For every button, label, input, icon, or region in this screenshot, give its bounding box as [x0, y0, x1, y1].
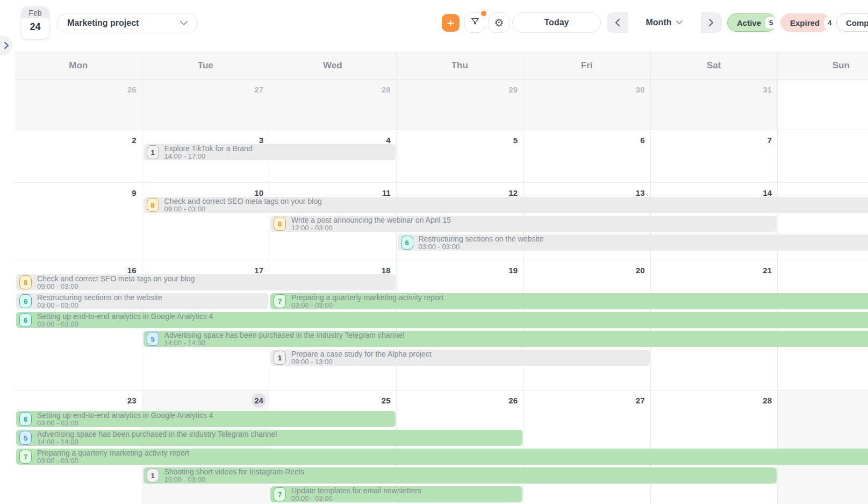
event-bar[interactable]: 7Update templates for email newsletters0…	[270, 486, 522, 502]
event-time: 15:00 - 03:00	[164, 476, 305, 484]
cell-date: 3	[259, 136, 263, 145]
cell-date: 6	[640, 136, 644, 145]
event-text: Advertising space has been purchased in …	[164, 331, 404, 347]
calendar-cell[interactable]: 30	[523, 80, 651, 130]
event-count-badge: 6	[19, 412, 32, 426]
event-title: Shooting short videos for Instagram Reel…	[164, 468, 305, 476]
calendar-cell[interactable]: 27	[523, 391, 651, 504]
calendar-cell[interactable]: 24	[142, 391, 270, 504]
event-count-badge: 5	[19, 431, 32, 445]
event-text: Check and correct SEO meta tags on your …	[164, 197, 322, 213]
calendar-cell[interactable]: 31	[651, 80, 778, 130]
event-title: Restructuring sections on the website	[37, 294, 162, 302]
event-bar[interactable]: 6Setting up end-to-end analytics in Goog…	[16, 411, 396, 427]
event-bar[interactable]: 6Restructuring sections on the website03…	[16, 293, 268, 309]
calendar-cell[interactable]: 5	[397, 130, 524, 183]
event-count-badge: 1	[147, 468, 159, 482]
event-bar[interactable]: 7Preparing a quarterly marketing activit…	[16, 449, 868, 465]
event-title: Advertising space has been purchased in …	[37, 430, 277, 438]
cell-date: 7	[767, 136, 772, 145]
calendar-cell[interactable]: 9	[15, 183, 142, 260]
calendar-cell[interactable]	[778, 130, 868, 183]
event-text: Restructuring sections on the website03:…	[419, 235, 544, 251]
calendar-cell[interactable]: 26	[15, 80, 142, 130]
today-button[interactable]: Today	[512, 12, 601, 33]
event-time: 09:00 - 03:00	[164, 205, 322, 213]
view-mode-value: Month	[646, 18, 672, 27]
event-text: Preparing a quarterly marketing activity…	[37, 449, 189, 465]
event-text: Check and correct SEO meta tags on your …	[37, 275, 195, 290]
calendar-cell[interactable]: 10	[142, 183, 270, 260]
event-count-badge: 7	[19, 450, 32, 464]
event-title: Restructuring sections on the website	[419, 235, 544, 243]
calendar-cell[interactable]	[778, 80, 868, 130]
chevron-down-icon	[676, 20, 683, 25]
calendar-cell[interactable]: 23	[15, 391, 142, 504]
filter-button[interactable]	[464, 12, 485, 33]
event-count-badge: 7	[274, 294, 286, 308]
event-title: Check and correct SEO meta tags on your …	[37, 275, 195, 283]
calendar-cell[interactable]: 6	[523, 130, 651, 183]
cell-date: 31	[763, 85, 772, 94]
event-bar[interactable]: 1Shooting short videos for Instagram Ree…	[144, 467, 777, 484]
calendar-cell[interactable]	[778, 391, 868, 504]
event-bar[interactable]: 8Check and correct SEO meta tags on your…	[16, 274, 396, 290]
event-bar[interactable]: 5Advertising space has been purchased in…	[16, 430, 522, 446]
cell-date: 9	[132, 188, 136, 197]
event-text: Restructuring sections on the website03:…	[37, 294, 162, 309]
day-header-fri: Fri	[523, 52, 651, 80]
event-title: Check and correct SEO meta tags on your …	[164, 197, 322, 205]
chevron-right-icon	[4, 42, 9, 49]
event-title: Advertising space has been purchased in …	[164, 331, 404, 339]
project-selector[interactable]: Marketing project	[57, 13, 198, 33]
project-selector-value: Marketing project	[67, 18, 139, 28]
cell-date: 21	[763, 266, 772, 275]
view-navigation: Month	[607, 12, 722, 33]
add-task-button[interactable]: +	[442, 14, 460, 32]
cell-date: 13	[636, 188, 645, 197]
event-bar[interactable]: 8Write a post announcing the webinar on …	[270, 216, 777, 232]
cell-date: 18	[382, 266, 391, 275]
event-bar[interactable]: 8Check and correct SEO meta tags on your…	[144, 197, 868, 213]
calendar-cell[interactable]: 27	[142, 80, 270, 130]
event-bar[interactable]: 1Explore TikTok for a Brand14:00 - 17:00	[144, 144, 396, 160]
settings-button[interactable]: ⚙	[489, 12, 510, 33]
event-count-badge: 7	[274, 487, 286, 501]
event-count-badge: 1	[274, 351, 286, 365]
event-text: Write a post announcing the webinar on A…	[291, 216, 451, 232]
prev-period-button[interactable]	[607, 12, 628, 33]
event-time: 03:00 - 03:00	[419, 243, 544, 251]
event-count-badge: 1	[147, 145, 159, 159]
filter-pill-active[interactable]: Active 5	[727, 13, 777, 32]
calendar-cell[interactable]: 2	[15, 130, 142, 183]
calendar-cell[interactable]: 28	[651, 391, 778, 504]
filter-pill-completed[interactable]: Compl	[836, 13, 868, 32]
event-title: Setting up end-to-end analytics in Googl…	[37, 313, 213, 321]
event-bar[interactable]: 7Preparing a quarterly marketing activit…	[270, 293, 868, 309]
event-time: 09:00 - 03:00	[37, 283, 195, 290]
cell-date: 12	[508, 188, 518, 197]
date-card-month: Feb	[21, 7, 49, 18]
filter-pill-expired[interactable]: Expired 4	[780, 13, 830, 32]
cell-date: 10	[254, 188, 263, 197]
calendar-cell[interactable]: 28	[269, 80, 397, 130]
filter-pill-completed-label: Compl	[846, 18, 868, 27]
event-title: Preparing a quarterly marketing activity…	[37, 449, 189, 457]
chevron-down-icon	[180, 21, 188, 26]
event-bar[interactable]: 5Advertising space has been purchased in…	[144, 331, 868, 347]
funnel-icon	[470, 17, 480, 29]
event-bar[interactable]: 6Restructuring sections on the website03…	[398, 235, 868, 251]
calendar-cell[interactable]: 29	[397, 80, 524, 130]
view-mode-selector[interactable]: Month	[628, 12, 701, 33]
event-time: 14:00 - 17:00	[164, 153, 253, 160]
chevron-right-icon	[709, 19, 714, 26]
next-period-button[interactable]	[701, 12, 722, 33]
calendar-cell[interactable]: 7	[651, 130, 778, 183]
event-time: 03:00 - 03:00	[37, 420, 213, 427]
event-bar[interactable]: 6Setting up end-to-end analytics in Goog…	[16, 312, 868, 328]
cell-date: 5	[513, 136, 518, 145]
event-time: 14:00 - 14:00	[37, 438, 277, 446]
event-count-badge: 6	[19, 313, 32, 327]
event-bar[interactable]: 1Prepare a case study for the Alpha proj…	[270, 350, 650, 366]
event-text: Update templates for email newsletters00…	[291, 487, 421, 502]
